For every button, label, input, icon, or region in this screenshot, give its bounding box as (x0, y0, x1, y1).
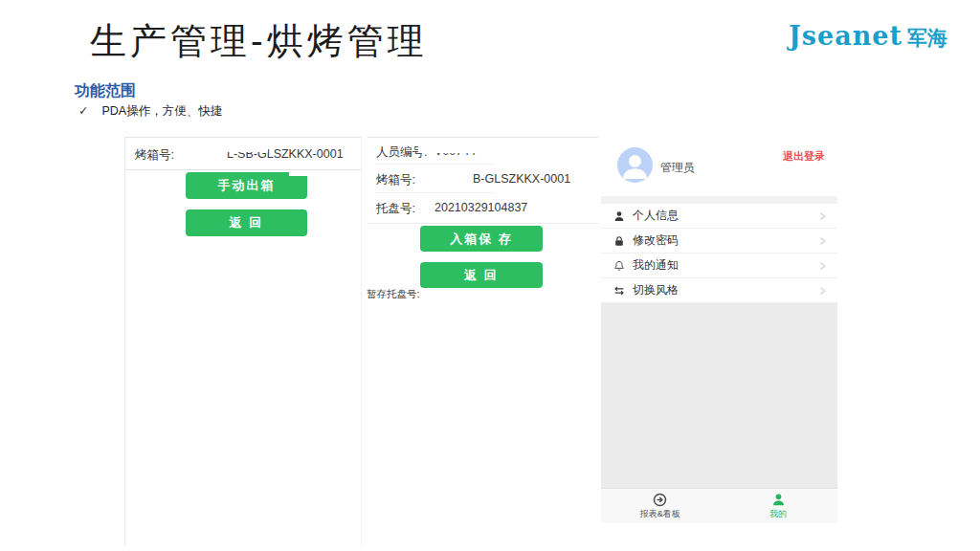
menu-item-label: 个人信息 (633, 208, 819, 224)
chevron-right-icon: > (820, 282, 825, 299)
profile-header: 管理员 退出登录 (601, 137, 837, 196)
user-icon (771, 493, 786, 507)
menu-item-change-password[interactable]: 修改密码 > (601, 229, 837, 253)
swap-icon (612, 284, 625, 297)
tab-bar: 报表&看板 我的 (601, 488, 837, 523)
section-separator (601, 196, 837, 204)
checkmark-icon: ✓ (78, 104, 88, 118)
menu-item-personal-info[interactable]: 个人信息 > (601, 204, 837, 229)
tab-mine[interactable]: 我的 (720, 489, 838, 523)
menu-item-switch-style[interactable]: 切换风格 > (601, 278, 837, 303)
field-underline (375, 164, 495, 165)
menu-item-label: 我的通知 (633, 257, 819, 274)
tab-reports-dashboard[interactable]: 报表&看板 (601, 489, 720, 523)
tab-label: 报表&看板 (640, 508, 680, 520)
username-text: 管理员 (660, 160, 695, 176)
menu-item-label: 切换风格 (633, 282, 819, 298)
pda-screen-profile: 管理员 退出登录 个人信息 > 修改密码 > 我的通知 > (601, 137, 837, 523)
tray-number-value[interactable]: 20210329104837 (434, 201, 527, 214)
arrow-circle-icon (653, 493, 667, 507)
logo-text-en: Jseanet (789, 21, 902, 51)
save-in-box-button[interactable]: 入箱保 存 (420, 226, 543, 252)
return-button[interactable]: 返 回 (186, 209, 307, 236)
oven-number-label: 烤箱号: (135, 147, 174, 164)
logout-button[interactable]: 退出登录 (783, 149, 825, 164)
oven-number-value[interactable]: B-GLSZKKX-0001 (473, 172, 570, 186)
chevron-right-icon: > (820, 257, 825, 275)
user-icon (612, 209, 625, 222)
manual-out-button[interactable]: 手动出箱 (186, 172, 307, 199)
field-underline (375, 192, 495, 193)
lock-icon (612, 234, 625, 247)
pda-screen-in-box: 人员编号: V00744 烤箱号: B-GLSZKKX-0001 托盘号: 20… (368, 137, 598, 545)
divider (368, 223, 598, 224)
section-heading: 功能范围 (75, 81, 136, 101)
page-title: 生产管理-烘烤管理 (90, 17, 428, 66)
oven-number-label: 烤箱号: (376, 172, 415, 188)
pda-screen-manual-out: 烤箱号: L-SB-GLSZKKX-0001 手动出箱 返 回 (124, 137, 362, 545)
feature-bullet: ✓PDA操作，方便、快捷 (78, 103, 222, 120)
person-silhouette-icon (617, 147, 653, 183)
menu-item-notifications[interactable]: 我的通知 > (601, 253, 837, 278)
company-logo: Jseanet军海 (789, 21, 947, 52)
oven-number-row: 烤箱号: L-SB-GLSZKKX-0001 (125, 138, 361, 170)
redaction-box (425, 168, 472, 181)
redaction-box (418, 140, 539, 153)
slide-canvas: 生产管理-烘烤管理 Jseanet军海 功能范围 ✓PDA操作，方便、快捷 烤箱… (0, 0, 980, 551)
logo-text-cn: 军海 (907, 27, 947, 49)
chevron-right-icon: > (820, 232, 825, 250)
empty-content-area (601, 303, 837, 488)
bell-icon (612, 259, 625, 272)
menu-item-label: 修改密码 (633, 232, 819, 249)
redaction-box (191, 139, 268, 152)
chevron-right-icon: > (820, 208, 825, 225)
return-button[interactable]: 返 回 (420, 262, 543, 288)
temp-tray-label: 暂存托盘号: (367, 288, 419, 301)
tray-number-label: 托盘号: (376, 201, 415, 217)
feature-bullet-text: PDA操作，方便、快捷 (101, 104, 222, 118)
tab-label: 我的 (769, 508, 787, 520)
avatar (617, 147, 653, 183)
redaction-box (289, 170, 337, 176)
